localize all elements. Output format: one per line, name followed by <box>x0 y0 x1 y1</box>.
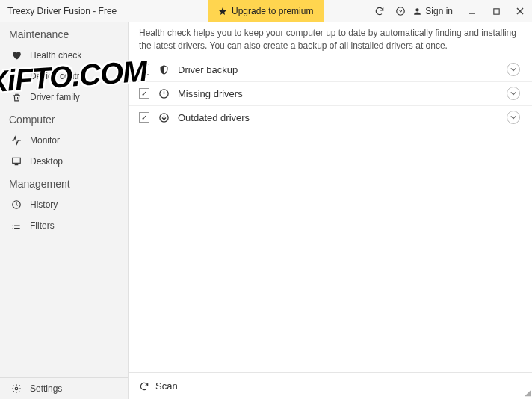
svg-rect-3 <box>493 8 498 13</box>
chevron-down-icon[interactable] <box>507 111 520 124</box>
section-maintenance: Maintenance <box>0 22 128 45</box>
section-computer: Computer <box>0 108 128 130</box>
checkbox[interactable]: ✓ <box>139 112 149 123</box>
check-list: ✓ Driver backup ✓ Missing drivers <box>129 58 532 372</box>
row-label: Driver backup <box>178 64 238 75</box>
nav-label: Monitor <box>30 135 60 146</box>
row-driver-backup[interactable]: ✓ Driver backup <box>129 58 532 81</box>
chevron-down-icon[interactable] <box>507 87 520 100</box>
main-panel: Health check helps you to keep your comp… <box>129 22 532 399</box>
nav-device-control[interactable]: Device control <box>0 66 128 87</box>
history-icon <box>10 200 22 210</box>
nav-label: Desktop <box>30 156 63 167</box>
alert-icon <box>157 88 170 99</box>
nav-label: Driver family <box>30 92 80 102</box>
row-label: Missing drivers <box>178 88 243 99</box>
star-icon <box>218 7 227 16</box>
svg-rect-7 <box>13 158 21 163</box>
nav-label: Settings <box>30 383 62 394</box>
nav-label: History <box>30 200 58 210</box>
chevron-down-icon[interactable] <box>507 63 520 76</box>
sidebar: Maintenance Health check Device control … <box>0 22 129 399</box>
checkbox[interactable]: ✓ <box>139 64 149 75</box>
window-title: Treexy Driver Fusion - Free <box>0 6 117 16</box>
section-management: Management <box>0 172 128 194</box>
footer-bar: Scan <box>129 372 532 399</box>
svg-point-6 <box>15 78 16 79</box>
signin-label: Sign in <box>425 6 453 16</box>
svg-point-8 <box>15 387 18 390</box>
heart-icon <box>10 50 22 61</box>
nav-settings[interactable]: Settings <box>0 378 128 399</box>
nav-monitor[interactable]: Monitor <box>0 130 128 151</box>
svg-point-4 <box>14 72 16 74</box>
upgrade-label: Upgrade to premium <box>232 6 313 16</box>
nav-history[interactable]: History <box>0 194 128 215</box>
nav-desktop[interactable]: Desktop <box>0 151 128 172</box>
resize-grip-icon[interactable]: ◢ <box>525 388 531 398</box>
signin-button[interactable]: Sign in <box>411 6 460 16</box>
close-button[interactable] <box>508 0 532 22</box>
titlebar-right: ? Sign in <box>369 0 532 22</box>
shield-icon <box>157 64 170 75</box>
nav-filters[interactable]: Filters <box>0 215 128 236</box>
activity-icon <box>10 135 22 146</box>
nav-driver-family[interactable]: Driver family <box>0 87 128 108</box>
monitor-icon <box>10 156 22 167</box>
sync-icon[interactable] <box>369 0 390 22</box>
refresh-icon[interactable] <box>139 381 149 392</box>
sliders-icon <box>10 71 22 81</box>
minimize-button[interactable] <box>460 0 484 22</box>
nav-label: Filters <box>30 220 55 231</box>
nav-label: Health check <box>30 50 81 61</box>
maximize-button[interactable] <box>484 0 508 22</box>
upgrade-premium-button[interactable]: Upgrade to premium <box>208 0 324 22</box>
checkbox[interactable]: ✓ <box>139 88 149 99</box>
svg-point-11 <box>163 95 164 96</box>
info-text: Health check helps you to keep your comp… <box>129 22 532 58</box>
titlebar: Treexy Driver Fusion - Free Upgrade to p… <box>0 0 532 22</box>
trash-icon <box>10 93 22 102</box>
row-missing-drivers[interactable]: ✓ Missing drivers <box>129 81 532 105</box>
svg-point-5 <box>17 75 19 77</box>
download-icon <box>157 112 170 123</box>
help-icon[interactable]: ? <box>390 0 411 22</box>
list-icon <box>10 220 22 231</box>
user-icon <box>412 7 422 16</box>
row-label: Outdated drivers <box>178 112 250 123</box>
scan-button[interactable]: Scan <box>155 380 178 392</box>
gear-icon <box>10 383 22 394</box>
row-outdated-drivers[interactable]: ✓ Outdated drivers <box>129 105 532 129</box>
nav-label: Device control <box>30 71 87 81</box>
nav-health-check[interactable]: Health check <box>0 45 128 66</box>
svg-text:?: ? <box>399 8 403 15</box>
